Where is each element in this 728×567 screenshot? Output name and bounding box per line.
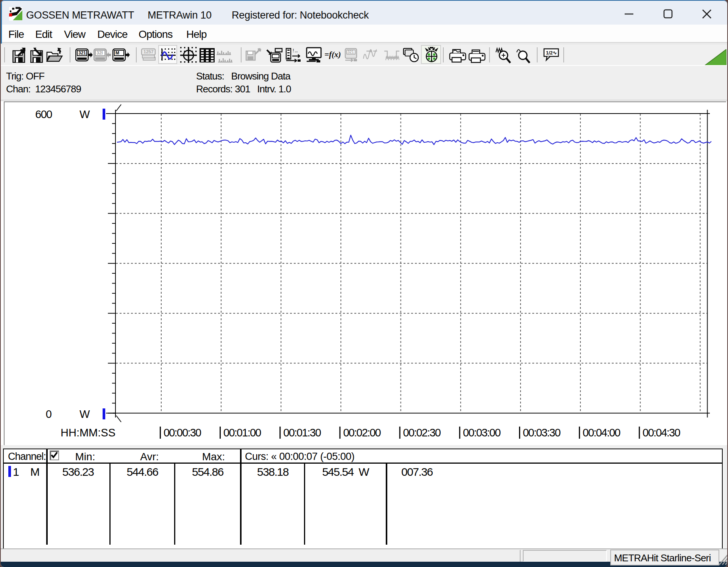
svg-text:321: 321 (78, 50, 86, 56)
svg-text:M: M (115, 50, 119, 56)
svg-text:32İ: 32İ (97, 50, 103, 56)
svg-text:!…: !… (292, 48, 298, 54)
svg-text:1/2∿: 1/2∿ (546, 50, 557, 56)
svg-text:=f(x): =f(x) (324, 50, 341, 59)
svg-text:1257: 1257 (143, 49, 154, 55)
svg-text:321: 321 (348, 50, 354, 54)
